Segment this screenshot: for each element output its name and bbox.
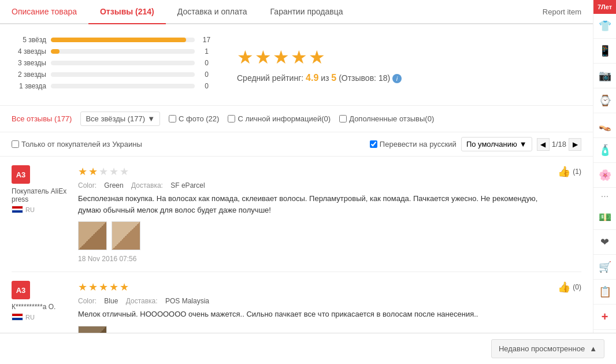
sort-select[interactable]: По умолчанию ▼ [461,137,532,151]
all-stars-filter[interactable]: Все звёзды (177) ▼ [80,112,160,126]
bar-container-3 [51,61,195,65]
info-icon[interactable]: i [392,74,402,83]
like-button-2[interactable]: 👍 (0) [558,281,581,294]
translate-option[interactable]: Перевести на русский [370,140,457,148]
sidebar-item-clothing[interactable]: 👕 [593,14,616,39]
page-info: 1/18 [552,140,566,148]
review-image-1b[interactable] [112,221,140,250]
bar-container-2 [51,72,195,77]
translate-checkbox[interactable] [370,140,377,148]
rating-text: Средний рейтинг: 4.9 из 5 (Отзывов: 18) … [237,73,402,83]
additional-checkbox[interactable] [339,115,347,122]
sidebar-item-camera[interactable]: 📷 [593,64,616,88]
sidebar-dots[interactable]: ··· [593,188,616,205]
bar-container-4 [51,49,195,54]
sort-label: По умолчанию [466,140,517,148]
review-stars-1: ★ ★ ★ ★ ★ [78,165,538,178]
tab-reviews[interactable]: Отзывы (214) [88,0,166,24]
rating-count: 18 [378,73,388,83]
additional-label: Дополненные отзывы(0) [349,114,434,123]
with-personal-filter[interactable]: С личной информацией(0) [228,114,331,123]
rating-prefix: Средний рейтинг: [237,73,306,83]
review-image-1a[interactable] [78,221,107,250]
ukraine-only-label: Только от покупателей из Украины [21,140,142,148]
star-label-1: 1 звезда [12,82,46,90]
report-item-link[interactable]: Report item [531,1,593,23]
review-content-1: ★ ★ ★ ★ ★ Color: Green Доставка: SF ePar… [78,165,538,263]
star-row-4: 4 звезды 1 [12,47,214,55]
tab-delivery[interactable]: Доставка и оплата [166,0,259,23]
ukraine-only-filter[interactable]: Только от покупателей из Украины [12,140,142,148]
rating-count-close: ) [387,73,390,83]
sidebar-item-watch[interactable]: ⌚ [593,88,616,113]
star-row-3: 3 звезды 0 [12,59,214,67]
star-row-2: 2 звезды 0 [12,70,214,79]
avatar: A3 [12,281,30,299]
bar-count-4: 1 [199,47,214,55]
tabs-bar: Описание товара Отзывы (214) Доставка и … [0,0,593,24]
cart-icon: 🛒 [599,261,611,273]
bar-container-5 [51,38,195,42]
review-text-1: Бесполезная покупка. На волосах как пома… [78,193,538,216]
with-photo-checkbox[interactable] [169,115,176,122]
translate-label: Перевести на русский [380,140,457,148]
sidebar-badge[interactable]: 7Лет [593,0,616,14]
flower-icon: 🌸 [599,169,611,181]
bar-fill-5 [51,38,186,42]
sidebar-item-money[interactable]: 💵 [593,205,616,230]
sidebar-item-add[interactable]: + [593,304,616,330]
with-personal-checkbox[interactable] [228,115,235,122]
star-3: ★ [99,165,108,178]
sidebar-item-heart[interactable]: ❤ [593,230,616,255]
camera-icon: 📷 [599,70,611,81]
all-reviews-filter[interactable]: Все отзывы (177) [12,114,72,123]
stars-display: ★★★★★ [237,46,402,68]
sidebar-item-phone[interactable]: 📱 [593,39,616,64]
rating-score: 4.9 [306,73,318,83]
like-button-1[interactable]: 👍 (1) [558,165,581,178]
right-sidebar: 7Лет 👕 📱 📷 ⌚ 👡 🧴 🌸 ··· 💵 ❤ 🛒 [593,0,616,364]
ratings-section: 5 звёзд 17 4 звезды 1 3 звезды [0,24,593,106]
sidebar-item-shoes[interactable]: 👡 [593,113,616,138]
reviewer-name-1: Покупатель AliExpress [12,187,69,203]
delivery-label-1: Доставка: [131,181,163,190]
additional-filter[interactable]: Дополненные отзывы(0) [339,114,434,123]
review-images-1 [78,221,538,250]
star-2: ★ [88,165,98,178]
review-meta-1: Color: Green Доставка: SF eParcel [78,181,538,190]
ukraine-only-checkbox[interactable] [12,140,19,148]
with-photo-filter[interactable]: С фото (22) [169,114,219,123]
like-icon-2: 👍 [558,281,570,294]
review-date-1: 18 Nov 2016 07:56 [78,255,538,263]
add-icon: + [602,310,608,323]
delivery-value-2: POS Malaysia [165,297,209,305]
rating-summary: ★★★★★ Средний рейтинг: 4.9 из 5 (Отзывов… [231,36,402,94]
delivery-label-2: Доставка: [126,297,158,305]
star-bars: 5 звёзд 17 4 звезды 1 3 звезды [12,36,214,94]
tab-guarantees[interactable]: Гарантии продавца [259,0,355,23]
tab-description[interactable]: Описание товара [0,0,88,23]
review-text-2: Мелок отличный. НOOOOOOO очень мажется..… [78,309,538,320]
sidebar-item-cart[interactable]: 🛒 [593,255,616,280]
star-label-3: 3 звезды [12,59,46,67]
bag-icon: 🧴 [599,144,611,156]
color-label-2: Color: [78,297,97,305]
bar-count-3: 0 [199,59,214,67]
prev-page-button[interactable]: ◀ [537,138,550,151]
watch-icon: ⌚ [599,95,611,106]
next-page-button[interactable]: ▶ [569,138,581,151]
star-label-2: 2 звезды [12,70,46,79]
sidebar-item-bag[interactable]: 🧴 [593,138,616,163]
recently-viewed-button[interactable]: Недавно просмотренное ▲ [491,339,604,358]
star2-1: ★ [78,281,87,294]
sidebar-item-flower[interactable]: 🌸 [593,163,616,188]
avatar: A3 [12,165,30,184]
like-count-1: (1) [573,168,581,176]
star-row-1: 1 звезда 0 [12,82,214,90]
star-1: ★ [78,165,87,178]
recently-viewed-label: Недавно просмотренное [499,344,585,353]
pagination: ◀ 1/18 ▶ [537,138,581,151]
phone-icon: 📱 [599,45,611,57]
sidebar-item-orders[interactable]: 📋 [593,280,616,304]
country-code-1: RU [25,206,35,213]
